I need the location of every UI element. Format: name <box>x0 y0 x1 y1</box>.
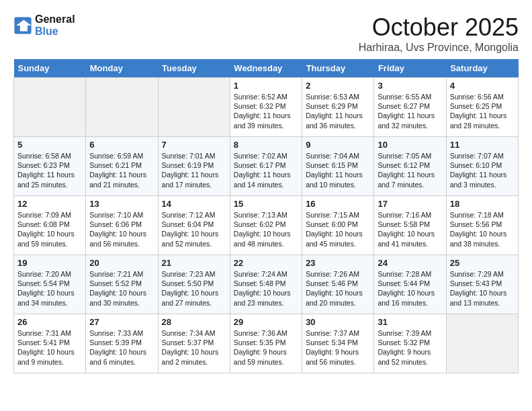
day-header-wednesday: Wednesday <box>230 59 302 78</box>
day-number: 23 <box>306 258 370 268</box>
calendar-cell: 9Sunrise: 7:04 AM Sunset: 6:15 PM Daylig… <box>302 137 374 196</box>
day-content: Sunrise: 7:31 AM Sunset: 5:41 PM Dayligh… <box>17 328 82 367</box>
calendar-cell <box>86 78 158 137</box>
calendar-cell <box>14 78 86 137</box>
day-header-saturday: Saturday <box>446 59 518 78</box>
calendar-cell: 15Sunrise: 7:13 AM Sunset: 6:02 PM Dayli… <box>230 196 302 255</box>
day-header-sunday: Sunday <box>14 59 86 78</box>
day-content: Sunrise: 7:28 AM Sunset: 5:44 PM Dayligh… <box>378 269 442 308</box>
day-number: 1 <box>234 81 298 91</box>
day-content: Sunrise: 7:23 AM Sunset: 5:50 PM Dayligh… <box>162 269 226 308</box>
day-header-thursday: Thursday <box>302 59 374 78</box>
week-row-3: 12Sunrise: 7:09 AM Sunset: 6:08 PM Dayli… <box>14 196 519 255</box>
logo: General Blue <box>13 13 75 38</box>
day-number: 11 <box>450 140 515 150</box>
calendar-cell: 11Sunrise: 7:07 AM Sunset: 6:10 PM Dayli… <box>446 137 518 196</box>
day-content: Sunrise: 6:55 AM Sunset: 6:27 PM Dayligh… <box>378 92 442 130</box>
calendar-cell: 21Sunrise: 7:23 AM Sunset: 5:50 PM Dayli… <box>158 255 230 314</box>
location: Harhiraa, Uvs Province, Mongolia <box>359 42 519 54</box>
day-header-friday: Friday <box>374 59 446 78</box>
day-header-tuesday: Tuesday <box>158 59 230 78</box>
day-number: 31 <box>378 317 442 327</box>
day-content: Sunrise: 6:59 AM Sunset: 6:21 PM Dayligh… <box>89 151 154 189</box>
page-header: General Blue October 2025 Harhiraa, Uvs … <box>13 13 519 54</box>
day-number: 5 <box>17 140 82 150</box>
day-content: Sunrise: 7:36 AM Sunset: 5:35 PM Dayligh… <box>234 328 298 367</box>
day-content: Sunrise: 7:33 AM Sunset: 5:39 PM Dayligh… <box>89 328 154 367</box>
calendar-cell: 14Sunrise: 7:12 AM Sunset: 6:04 PM Dayli… <box>158 196 230 255</box>
day-number: 2 <box>306 81 370 91</box>
day-content: Sunrise: 7:07 AM Sunset: 6:10 PM Dayligh… <box>450 151 515 189</box>
calendar-cell: 10Sunrise: 7:05 AM Sunset: 6:12 PM Dayli… <box>374 137 446 196</box>
calendar-cell: 13Sunrise: 7:10 AM Sunset: 6:06 PM Dayli… <box>86 196 158 255</box>
calendar-cell: 22Sunrise: 7:24 AM Sunset: 5:48 PM Dayli… <box>230 255 302 314</box>
day-content: Sunrise: 7:04 AM Sunset: 6:15 PM Dayligh… <box>306 151 370 189</box>
week-row-1: 1Sunrise: 6:52 AM Sunset: 6:32 PM Daylig… <box>14 78 519 137</box>
day-number: 25 <box>450 258 515 268</box>
day-number: 21 <box>162 258 226 268</box>
calendar-cell: 12Sunrise: 7:09 AM Sunset: 6:08 PM Dayli… <box>14 196 86 255</box>
day-content: Sunrise: 7:05 AM Sunset: 6:12 PM Dayligh… <box>378 151 442 189</box>
day-content: Sunrise: 7:12 AM Sunset: 6:04 PM Dayligh… <box>162 210 226 248</box>
day-content: Sunrise: 6:56 AM Sunset: 6:25 PM Dayligh… <box>450 92 515 130</box>
day-content: Sunrise: 7:21 AM Sunset: 5:52 PM Dayligh… <box>89 269 154 308</box>
day-content: Sunrise: 6:58 AM Sunset: 6:23 PM Dayligh… <box>17 151 82 189</box>
day-header-monday: Monday <box>86 59 158 78</box>
day-content: Sunrise: 7:01 AM Sunset: 6:19 PM Dayligh… <box>162 151 226 189</box>
title-section: October 2025 Harhiraa, Uvs Province, Mon… <box>359 13 519 54</box>
day-content: Sunrise: 7:16 AM Sunset: 5:58 PM Dayligh… <box>378 210 442 248</box>
day-content: Sunrise: 6:53 AM Sunset: 6:29 PM Dayligh… <box>306 92 370 130</box>
calendar-cell: 20Sunrise: 7:21 AM Sunset: 5:52 PM Dayli… <box>86 255 158 314</box>
week-row-2: 5Sunrise: 6:58 AM Sunset: 6:23 PM Daylig… <box>14 137 519 196</box>
day-number: 19 <box>17 258 82 268</box>
logo-icon <box>13 16 32 35</box>
day-number: 28 <box>162 317 226 327</box>
day-content: Sunrise: 7:13 AM Sunset: 6:02 PM Dayligh… <box>234 210 298 248</box>
calendar-cell: 6Sunrise: 6:59 AM Sunset: 6:21 PM Daylig… <box>86 137 158 196</box>
logo-text: General Blue <box>35 13 75 38</box>
day-number: 4 <box>450 81 515 91</box>
day-number: 27 <box>89 317 154 327</box>
day-content: Sunrise: 7:10 AM Sunset: 6:06 PM Dayligh… <box>89 210 154 248</box>
day-content: Sunrise: 7:02 AM Sunset: 6:17 PM Dayligh… <box>234 151 298 189</box>
day-number: 24 <box>378 258 442 268</box>
calendar-cell <box>158 78 230 137</box>
day-number: 10 <box>378 140 442 150</box>
day-number: 29 <box>234 317 298 327</box>
calendar-table: SundayMondayTuesdayWednesdayThursdayFrid… <box>13 59 519 373</box>
calendar-cell: 26Sunrise: 7:31 AM Sunset: 5:41 PM Dayli… <box>14 314 86 373</box>
calendar-cell: 19Sunrise: 7:20 AM Sunset: 5:54 PM Dayli… <box>14 255 86 314</box>
day-content: Sunrise: 7:20 AM Sunset: 5:54 PM Dayligh… <box>17 269 82 308</box>
calendar-cell: 28Sunrise: 7:34 AM Sunset: 5:37 PM Dayli… <box>158 314 230 373</box>
calendar-cell: 7Sunrise: 7:01 AM Sunset: 6:19 PM Daylig… <box>158 137 230 196</box>
day-number: 8 <box>234 140 298 150</box>
day-number: 9 <box>306 140 370 150</box>
day-number: 16 <box>306 199 370 209</box>
calendar-cell: 8Sunrise: 7:02 AM Sunset: 6:17 PM Daylig… <box>230 137 302 196</box>
calendar-cell: 5Sunrise: 6:58 AM Sunset: 6:23 PM Daylig… <box>14 137 86 196</box>
calendar-cell: 18Sunrise: 7:18 AM Sunset: 5:56 PM Dayli… <box>446 196 518 255</box>
day-content: Sunrise: 7:39 AM Sunset: 5:32 PM Dayligh… <box>378 328 442 367</box>
week-row-5: 26Sunrise: 7:31 AM Sunset: 5:41 PM Dayli… <box>14 314 519 373</box>
calendar-cell: 16Sunrise: 7:15 AM Sunset: 6:00 PM Dayli… <box>302 196 374 255</box>
day-number: 7 <box>162 140 226 150</box>
day-content: Sunrise: 7:15 AM Sunset: 6:00 PM Dayligh… <box>306 210 370 248</box>
calendar-cell <box>446 314 518 373</box>
calendar-cell: 23Sunrise: 7:26 AM Sunset: 5:46 PM Dayli… <box>302 255 374 314</box>
calendar-cell: 25Sunrise: 7:29 AM Sunset: 5:43 PM Dayli… <box>446 255 518 314</box>
day-content: Sunrise: 7:34 AM Sunset: 5:37 PM Dayligh… <box>162 328 226 367</box>
day-number: 15 <box>234 199 298 209</box>
calendar-cell: 27Sunrise: 7:33 AM Sunset: 5:39 PM Dayli… <box>86 314 158 373</box>
day-number: 14 <box>162 199 226 209</box>
calendar-cell: 3Sunrise: 6:55 AM Sunset: 6:27 PM Daylig… <box>374 78 446 137</box>
day-number: 26 <box>17 317 82 327</box>
calendar-cell: 2Sunrise: 6:53 AM Sunset: 6:29 PM Daylig… <box>302 78 374 137</box>
calendar-cell: 31Sunrise: 7:39 AM Sunset: 5:32 PM Dayli… <box>374 314 446 373</box>
day-number: 6 <box>89 140 154 150</box>
day-number: 13 <box>89 199 154 209</box>
day-number: 18 <box>450 199 515 209</box>
calendar-cell: 4Sunrise: 6:56 AM Sunset: 6:25 PM Daylig… <box>446 78 518 137</box>
week-row-4: 19Sunrise: 7:20 AM Sunset: 5:54 PM Dayli… <box>14 255 519 314</box>
day-content: Sunrise: 7:09 AM Sunset: 6:08 PM Dayligh… <box>17 210 82 248</box>
month-title: October 2025 <box>359 13 519 42</box>
